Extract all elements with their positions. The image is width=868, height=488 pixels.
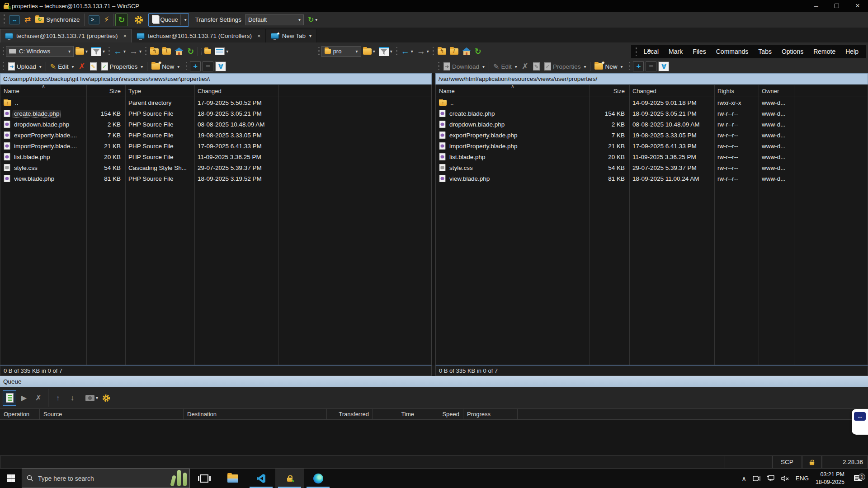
remote-parent-directory-button[interactable]: ↰ [436, 45, 448, 58]
queue-toggle-button[interactable]: Queue ▾ [148, 13, 189, 27]
local-properties-button[interactable]: ✓ Properties▾ [99, 61, 146, 72]
maximize-button[interactable] [826, 0, 847, 12]
close-button[interactable]: × [847, 0, 868, 12]
file-row[interactable]: view.blade.php81 KB18-09-2025 11.00.24 A… [436, 173, 868, 184]
local-back-button[interactable]: ←▾ [112, 45, 127, 58]
queue-report-button[interactable]: ▾ [85, 390, 99, 406]
download-button[interactable]: ➜ Download▾ [441, 61, 487, 72]
vscode-button[interactable] [247, 469, 275, 488]
file-row[interactable]: view.blade.php81 KBPHP Source File18-09-… [0, 173, 431, 184]
column-header-name[interactable]: Name∧ [436, 85, 590, 97]
winscp-taskbar-button[interactable]: ↘ [275, 469, 304, 488]
language-indicator[interactable]: ENG [793, 475, 812, 482]
open-console-button[interactable]: >_ [86, 14, 102, 26]
remote-home-directory-button[interactable] [460, 45, 473, 58]
column-header-size[interactable]: Size [86, 85, 125, 97]
remote-delete-button[interactable]: ✗ [519, 61, 531, 72]
queue-column-operation[interactable]: Operation [0, 409, 40, 419]
remote-rename-button[interactable]: ✎ [531, 61, 542, 72]
upload-button[interactable]: ➜ Upload▾ [6, 61, 44, 72]
file-row[interactable]: dropdown.blade.php2 KB08-08-2025 10.48.0… [436, 119, 868, 130]
new-tab-caret-icon[interactable]: ▾ [309, 33, 311, 38]
queue-column-source[interactable]: Source [40, 409, 184, 419]
remote-back-button[interactable]: ←▾ [399, 45, 415, 58]
taskbar-search-input[interactable]: Type here to search [22, 469, 190, 488]
file-row[interactable]: ↑..Parent directory17-09-2025 5.50.52 PM [0, 97, 431, 108]
synchronize-button[interactable]: ↻ Synchronize [33, 14, 82, 26]
queue-preferences-button[interactable] [99, 390, 113, 406]
meet-now-icon[interactable] [750, 475, 764, 482]
menu-item-help[interactable]: Help [840, 48, 863, 55]
tray-expand-button[interactable]: ∧ [739, 475, 750, 482]
local-delete-button[interactable]: ✗ [76, 61, 88, 72]
tab-close-icon[interactable]: × [257, 33, 261, 39]
queue-list-empty[interactable] [0, 420, 868, 455]
menu-item-tabs[interactable]: Tabs [753, 48, 777, 55]
remote-properties-button[interactable]: ✓ Properties▾ [542, 61, 589, 72]
file-row[interactable]: list.blade.php20 KBPHP Source File11-09-… [0, 151, 431, 162]
column-header-rights[interactable]: Rights [714, 85, 759, 97]
commands-button[interactable]: ⚡ [102, 14, 112, 26]
queue-delete-button[interactable]: ✗ [32, 390, 45, 406]
queue-column-speed[interactable]: Speed [418, 409, 463, 419]
local-open-directory-button[interactable]: ▾ [74, 45, 90, 58]
swap-panels-button[interactable]: ↔ [7, 14, 22, 26]
column-header-owner[interactable]: Owner [759, 85, 794, 97]
session-tab-2[interactable]: ★New Tab▾ [266, 29, 316, 42]
file-row[interactable]: create.blade.php154 KB18-09-2025 3.05.21… [436, 108, 868, 119]
minimize-button[interactable]: ─ [806, 0, 826, 12]
local-forward-button[interactable]: →▾ [127, 45, 143, 58]
file-row[interactable]: exportProperty.blade....7 KBPHP Source F… [0, 130, 431, 141]
remote-edit-button[interactable]: ✎ Edit▾ [491, 61, 519, 72]
remote-filter-button[interactable]: ▾ [377, 45, 394, 58]
remote-root-directory-button[interactable]: / [448, 45, 460, 58]
file-row[interactable]: dropdown.blade.php2 KBPHP Source File08-… [0, 119, 431, 130]
file-explorer-button[interactable] [218, 469, 247, 488]
queue-show-button[interactable] [3, 390, 16, 406]
remote-directory-select[interactable]: pro ▾ [321, 46, 361, 57]
clock[interactable]: 03:21 PM 18-09-2025 [812, 471, 848, 486]
session-tab-1[interactable]: techuser@101.53.133.71 (Controllers)× [132, 29, 265, 42]
remote-open-directory-button[interactable]: ▾ [361, 45, 377, 58]
column-header-changed[interactable]: Changed [194, 85, 278, 97]
protocol-indicator[interactable]: SCP [772, 455, 802, 469]
preferences-button[interactable] [132, 14, 146, 26]
menu-item-options[interactable]: Options [777, 48, 808, 55]
remote-unselect-button[interactable]: − [646, 61, 656, 71]
start-button[interactable] [0, 469, 22, 488]
local-parent-directory-button[interactable]: ↰ [148, 45, 160, 58]
synchronize-browsing-button[interactable]: ⇄ [22, 14, 33, 26]
transfer-preset-select[interactable]: Default ▾ [245, 14, 304, 25]
local-refresh-button[interactable]: ↻ [185, 45, 196, 58]
local-home-directory-button[interactable] [173, 45, 185, 58]
queue-move-up-button[interactable]: ↑ [51, 390, 65, 406]
menu-item-files[interactable]: Files [688, 48, 711, 55]
local-filter-button[interactable]: ▾ [90, 45, 107, 58]
local-view-style-button[interactable]: ▾ [213, 45, 230, 58]
remote-new-button[interactable]: ★ New▾ [592, 61, 625, 72]
remote-invert-selection-button[interactable]: ∀ [658, 61, 669, 71]
file-row[interactable]: importProperty.blade.php21 KB17-09-2025 … [436, 141, 868, 151]
local-root-directory-button[interactable]: \ [160, 45, 173, 58]
column-header-type[interactable]: Type [125, 85, 194, 97]
toolbar-overflow-chevron[interactable]: » [647, 46, 651, 54]
queue-move-down-button[interactable]: ↓ [66, 390, 79, 406]
queue-column-time[interactable]: Time [373, 409, 418, 419]
column-header-name[interactable]: Name∧ [0, 85, 86, 97]
file-row[interactable]: create.blade.php154 KBPHP Source File18-… [0, 108, 431, 119]
queue-column-destination[interactable]: Destination [184, 409, 327, 419]
refresh-session-button[interactable]: ↻ [115, 14, 127, 26]
local-edit-button[interactable]: ✎ Edit▾ [48, 61, 76, 72]
transfer-options-button[interactable]: ↻ ▾ [306, 14, 320, 26]
queue-resume-button[interactable]: ▶ [17, 390, 31, 406]
local-select-button[interactable]: + [190, 61, 201, 71]
file-row[interactable]: style.css54 KB29-07-2025 5.39.37 PMrw-r-… [436, 162, 868, 173]
local-tree-button[interactable] [200, 45, 213, 58]
column-header-size[interactable]: Size [590, 85, 629, 97]
session-tab-0[interactable]: techuser@101.53.133.71 (properties)× [0, 29, 132, 42]
remote-refresh-button[interactable]: ↻ [473, 45, 483, 58]
queue-column-progress[interactable]: Progress [463, 409, 518, 419]
local-drive-select[interactable]: C: Windows ▾ [6, 46, 74, 57]
local-path-bar[interactable]: C:\xampp\htdocs\backup\git live\applicat… [0, 73, 432, 84]
local-unselect-button[interactable]: − [203, 61, 213, 71]
